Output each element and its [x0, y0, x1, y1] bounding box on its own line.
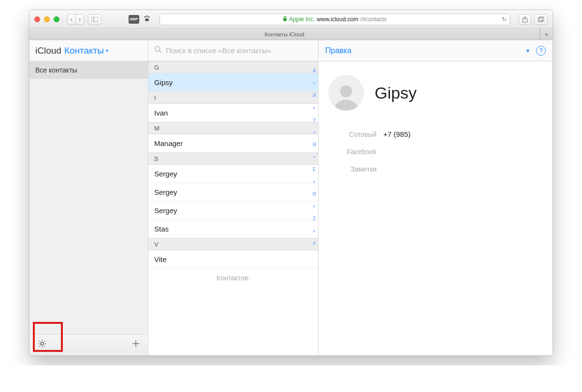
- field-label: Сотовый: [328, 131, 377, 138]
- index-dot: [313, 230, 315, 232]
- index-dot: [313, 156, 315, 158]
- field-label: Заметки: [328, 165, 377, 173]
- browser-toolbar: ‹ › ABP Apple Inc. www.icloud.com/#conta…: [29, 10, 553, 29]
- tab-contacts[interactable]: Контакты iCloud: [29, 29, 540, 40]
- contact-row[interactable]: Sergey: [148, 183, 318, 202]
- app-switcher[interactable]: iCloud Контакты ▾: [29, 40, 148, 61]
- index-letter[interactable]: #: [313, 241, 316, 246]
- address-domain: www.icloud.com: [317, 16, 358, 23]
- add-button[interactable]: [131, 339, 140, 350]
- section-header: M: [148, 122, 318, 134]
- address-bar[interactable]: Apple Inc. www.icloud.com/#contacts ↻: [160, 14, 510, 25]
- search-icon: [154, 45, 162, 56]
- chevron-down-icon: ▾: [106, 48, 108, 53]
- index-letter[interactable]: И: [313, 93, 316, 98]
- svg-point-3: [146, 15, 147, 17]
- maximize-window-button[interactable]: [54, 16, 59, 22]
- contacts-list-column: GGipsyIIvanMManagerSSergeySergeySergeySt…: [148, 40, 319, 355]
- lock-icon: [283, 16, 287, 23]
- close-window-button[interactable]: [34, 16, 40, 22]
- section-header: S: [148, 153, 318, 165]
- field-value: +7 (985): [383, 130, 410, 138]
- search-input[interactable]: [166, 46, 312, 55]
- help-icon[interactable]: ?: [536, 46, 546, 56]
- contact-row[interactable]: Sergey: [148, 165, 318, 183]
- groups-sidebar: iCloud Контакты ▾ Все контакты: [29, 40, 148, 355]
- contact-row[interactable]: Sergey: [148, 202, 318, 220]
- address-path: /#contacts: [360, 16, 387, 23]
- edit-button[interactable]: Правка: [325, 46, 351, 55]
- detail-field: Сотовый+7 (985): [328, 130, 543, 138]
- back-button[interactable]: ‹: [67, 14, 75, 25]
- index-letter[interactable]: E: [313, 167, 316, 172]
- index-letter[interactable]: Z: [313, 216, 316, 221]
- contact-row[interactable]: Gipsy: [148, 73, 318, 92]
- svg-line-14: [160, 51, 161, 53]
- svg-point-13: [155, 46, 160, 51]
- section-header: G: [148, 61, 318, 73]
- index-letter[interactable]: Я: [313, 142, 316, 147]
- detail-field: Facebook: [328, 148, 543, 156]
- index-dot: [313, 107, 315, 109]
- share-button[interactable]: [519, 14, 531, 25]
- svg-rect-0: [91, 17, 98, 22]
- tabs-button[interactable]: [534, 14, 548, 25]
- index-dot: [313, 131, 315, 133]
- forward-button[interactable]: ›: [75, 14, 84, 25]
- settings-gear-icon[interactable]: [37, 339, 47, 351]
- svg-rect-9: [539, 17, 544, 21]
- contact-detail-column: Правка ▾ ? Gipsy Сотовый+7 (985)Facebook…: [319, 40, 553, 355]
- field-label: Facebook: [328, 148, 377, 156]
- abp-extension-icon[interactable]: ABP: [129, 15, 139, 24]
- icloud-label: iCloud: [35, 45, 61, 56]
- svg-rect-6: [283, 18, 287, 21]
- index-dot: [313, 205, 315, 207]
- sidebar-toggle-button[interactable]: [88, 14, 102, 25]
- contact-row[interactable]: Manager: [148, 134, 318, 153]
- app-menu-label: Контакты: [64, 45, 104, 56]
- index-dot: [313, 181, 315, 183]
- address-company: Apple Inc.: [289, 16, 315, 23]
- reload-icon[interactable]: ↻: [502, 16, 507, 23]
- svg-point-2: [144, 16, 146, 17]
- section-header: V: [148, 238, 318, 250]
- tab-bar: Контакты iCloud +: [29, 29, 553, 40]
- traffic-lights: [34, 16, 59, 22]
- index-letter[interactable]: А: [313, 68, 316, 73]
- contact-row[interactable]: Ivan: [148, 104, 318, 122]
- contact-name: Gipsy: [375, 84, 417, 102]
- svg-point-5: [145, 18, 149, 21]
- contacts-list[interactable]: GGipsyIIvanMManagerSSergeySergeySergeySt…: [148, 61, 318, 355]
- group-all-contacts[interactable]: Все контакты: [29, 61, 148, 79]
- contacts-count: Контактов:: [148, 269, 318, 287]
- index-dot: [313, 82, 315, 84]
- contact-row[interactable]: Stas: [148, 220, 318, 238]
- avatar: [328, 75, 364, 111]
- alphabet-index[interactable]: АИУЯERZ#: [313, 68, 316, 246]
- section-header: I: [148, 92, 318, 104]
- svg-point-4: [148, 16, 149, 17]
- chevron-down-icon[interactable]: ▾: [526, 47, 529, 54]
- detail-field: Заметки: [328, 165, 543, 173]
- svg-point-10: [41, 342, 44, 345]
- index-letter[interactable]: R: [313, 191, 316, 197]
- index-letter[interactable]: У: [313, 117, 316, 123]
- minimize-window-button[interactable]: [44, 16, 50, 22]
- contact-row[interactable]: Vite: [148, 250, 318, 269]
- svg-point-15: [340, 86, 352, 98]
- svg-rect-8: [538, 18, 542, 22]
- new-tab-button[interactable]: +: [540, 29, 553, 40]
- paw-extension-icon[interactable]: [143, 15, 151, 24]
